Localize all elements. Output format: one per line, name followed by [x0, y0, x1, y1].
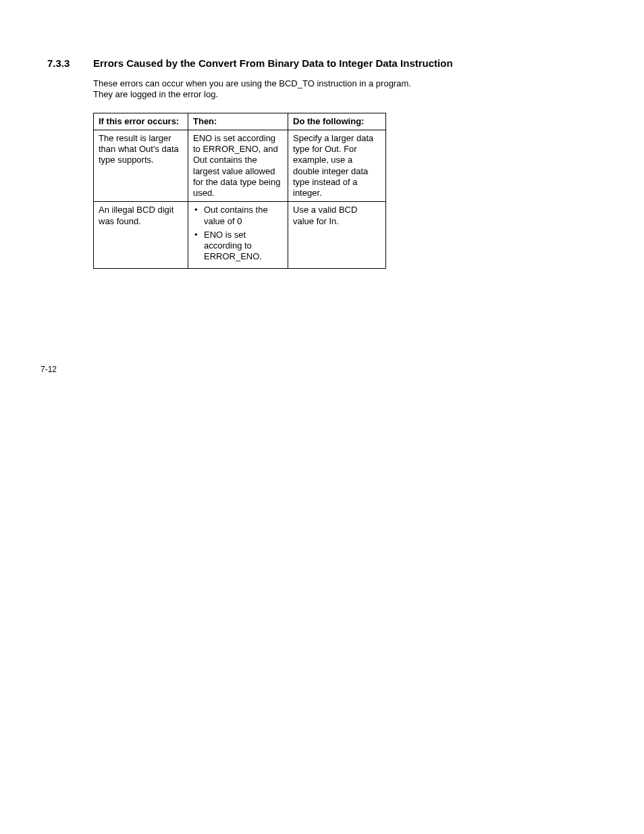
bullet-item: Out contains the value of 0	[204, 205, 283, 227]
section-heading: 7.3.3 Errors Caused by the Convert From …	[47, 57, 597, 69]
page-number: 7-12	[41, 365, 57, 374]
table-row: An illegal BCD digit was found. Out cont…	[94, 202, 386, 268]
table-header-error: If this error occurs:	[94, 113, 188, 130]
section-title: Errors Caused by the Convert From Binary…	[93, 57, 453, 69]
cell-then: Out contains the value of 0 ENO is set a…	[188, 202, 288, 268]
table-row: The result is larger than what Out's dat…	[94, 130, 386, 202]
section-number: 7.3.3	[47, 57, 93, 69]
table-header-then: Then:	[188, 113, 288, 130]
cell-error: The result is larger than what Out's dat…	[94, 130, 188, 202]
cell-then: ENO is set according to ERROR_ENO, and O…	[188, 130, 288, 202]
intro-paragraph: These errors can occur when you are usin…	[93, 78, 424, 101]
bullet-item: ENO is set according to ERROR_ENO.	[204, 230, 283, 263]
table-header-action: Do the following:	[288, 113, 386, 130]
cell-action: Specify a larger data type for Out. For …	[288, 130, 386, 202]
errors-table: If this error occurs: Then: Do the follo…	[93, 113, 386, 269]
cell-error: An illegal BCD digit was found.	[94, 202, 188, 268]
cell-action: Use a valid BCD value for In.	[288, 202, 386, 268]
